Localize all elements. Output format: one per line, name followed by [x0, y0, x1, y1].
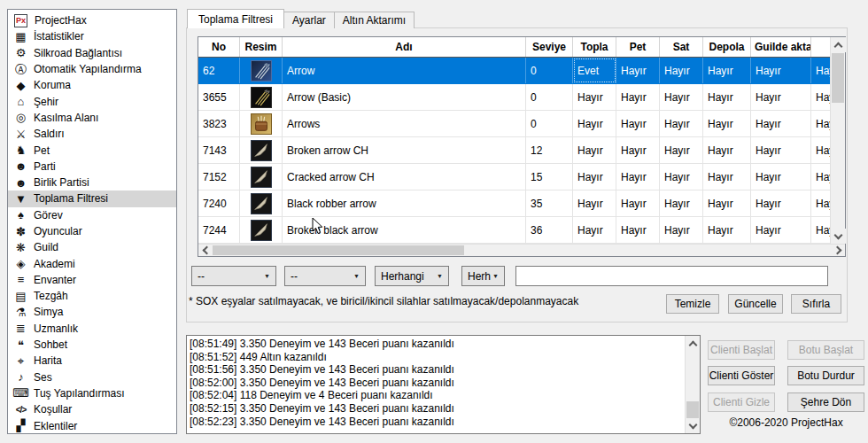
tab-ayarlar[interactable]: Ayarlar: [283, 12, 335, 28]
event-log[interactable]: [08:51:49] 3.350 Deneyim ve 143 Beceri p…: [186, 335, 701, 434]
cell-depola[interactable]: Hayır: [703, 217, 751, 243]
sidebar-item-parti[interactable]: ☻Parti: [8, 159, 176, 175]
cell-guilde-aktar[interactable]: Hayır: [751, 84, 811, 110]
cell-resim[interactable]: [240, 58, 283, 83]
cell-extra[interactable]: Hayır: [811, 190, 830, 216]
cell-sat[interactable]: Hayır: [660, 84, 703, 110]
table-vertical-scrollbar[interactable]: [830, 37, 845, 244]
col-header-resim[interactable]: Resim: [240, 37, 283, 57]
cell-sat[interactable]: Hayır: [660, 58, 703, 83]
cell-resim[interactable]: [240, 111, 283, 136]
cell-extra[interactable]: Hayır: [811, 84, 830, 110]
cell-sat[interactable]: Hayır: [660, 217, 703, 243]
sidebar-item-sohbet[interactable]: ❝Sohbet: [8, 337, 176, 353]
item-search-input[interactable]: [515, 266, 828, 286]
cell-topla[interactable]: Hayır: [573, 137, 616, 163]
cell-topla[interactable]: Evet: [573, 58, 616, 83]
cell-topla[interactable]: Hayır: [573, 111, 616, 136]
cell-depola[interactable]: Hayır: [703, 190, 751, 216]
cell-depola[interactable]: Hayır: [703, 58, 751, 83]
cell-topla[interactable]: Hayır: [573, 84, 616, 110]
sidebar-item-kasilma-alani[interactable]: ◎Kasılma Alanı: [8, 110, 176, 126]
sidebar-item-tus-yapilandirmasi[interactable]: ⌨Tuş Yapılandırması: [8, 385, 176, 401]
col-header-adi[interactable]: Adı: [283, 37, 526, 57]
cell-seviye[interactable]: 15: [526, 164, 573, 190]
cell-no[interactable]: 7152: [198, 164, 240, 190]
cell-no[interactable]: 7240: [198, 190, 240, 216]
filter-dropdown-1[interactable]: -- ▼: [191, 266, 276, 286]
sidebar-item-istatistikler[interactable]: ▦İstatistikler: [8, 28, 176, 44]
sidebar-item-silkroad-baglantisi[interactable]: ⚙Silkroad Bağlantısı: [8, 45, 176, 61]
cell-adi[interactable]: Arrows: [283, 111, 526, 136]
col-header-seviye[interactable]: Seviye: [526, 37, 573, 57]
sidebar-item-simya[interactable]: ⚗Simya: [8, 304, 176, 320]
cell-guilde-aktar[interactable]: Hayır: [751, 164, 811, 190]
scrollbar-thumb[interactable]: [686, 401, 699, 420]
cell-no[interactable]: 7244: [198, 217, 240, 243]
cell-pet[interactable]: Hayır: [616, 164, 660, 190]
table-row[interactable]: 7240 Black robber arrow 35 Hayır Hayır H…: [198, 190, 845, 217]
col-header-no[interactable]: No: [198, 37, 240, 57]
cell-adi[interactable]: Arrow (Basic): [283, 84, 526, 110]
cell-resim[interactable]: [240, 190, 283, 216]
cell-depola[interactable]: Hayır: [703, 137, 751, 163]
sidebar-item-guild[interactable]: ❋Guild: [8, 239, 176, 255]
cell-resim[interactable]: [240, 164, 283, 190]
clienti-goster-button[interactable]: Clienti Göster: [708, 366, 775, 385]
cell-topla[interactable]: Hayır: [573, 190, 616, 216]
cell-extra[interactable]: Hayır: [811, 137, 830, 163]
col-header-extra[interactable]: [811, 37, 830, 57]
sidebar-item-uzmanlik[interactable]: ≣Uzmanlık: [8, 321, 176, 337]
sidebar-item-akademi[interactable]: ◈Akademi: [8, 255, 176, 271]
table-horizontal-scrollbar[interactable]: [198, 244, 845, 256]
sidebar-item-toplama-filtresi[interactable]: ▼Toplama Filtresi: [8, 190, 176, 206]
table-row[interactable]: 7143 Broken arrow CH 12 Hayır Hayır Hayı…: [198, 137, 845, 164]
scroll-left-icon[interactable]: [198, 245, 212, 256]
cell-seviye[interactable]: 12: [526, 137, 573, 163]
sidebar-item-pet[interactable]: ♞Pet: [8, 142, 176, 158]
cell-sat[interactable]: Hayır: [660, 164, 703, 190]
table-row[interactable]: 3823 Arrows 0 Hayır Hayır Hayır Hayır Ha…: [198, 111, 845, 137]
cell-adi[interactable]: Cracked arrow CH: [283, 164, 526, 190]
tab-toplama-filtresi[interactable]: Toplama Filtresi: [187, 9, 284, 28]
sidebar-item-saldiri[interactable]: ⚔Saldırı: [8, 126, 176, 142]
col-header-guilde-aktar[interactable]: Guilde aktar: [751, 37, 811, 57]
cell-pet[interactable]: Hayır: [616, 84, 660, 110]
temizle-button[interactable]: Temizle: [666, 294, 719, 314]
cell-sat[interactable]: Hayır: [660, 137, 703, 163]
scrollbar-thumb[interactable]: [832, 53, 844, 103]
sidebar-item-projecthax[interactable]: PxProjectHax: [8, 12, 176, 28]
cell-adi[interactable]: Arrow: [283, 58, 526, 83]
cell-guilde-aktar[interactable]: Hayır: [751, 58, 811, 83]
sehre-don-button[interactable]: Şehre Dön: [787, 392, 864, 412]
cell-pet[interactable]: Hayır: [616, 190, 660, 216]
cell-sat[interactable]: Hayır: [660, 190, 703, 216]
sidebar-item-envanter[interactable]: ≡Envanter: [8, 272, 176, 288]
cell-topla[interactable]: Hayır: [573, 164, 616, 190]
cell-extra[interactable]: Hayır: [811, 164, 830, 190]
cell-pet[interactable]: Hayır: [616, 111, 660, 136]
cell-guilde-aktar[interactable]: Hayır: [751, 190, 811, 216]
table-row[interactable]: 62 Arrow 0 Evet Hayır Hayır Hayır Hayır …: [198, 58, 845, 84]
tab-altin-aktarimi[interactable]: Altın Aktarımı: [334, 12, 415, 28]
cell-extra[interactable]: Hayır: [811, 58, 830, 83]
table-row[interactable]: 7152 Cracked arrow CH 15 Hayır Hayır Hay…: [198, 164, 845, 190]
cell-depola[interactable]: Hayır: [703, 111, 751, 136]
cell-sat[interactable]: Hayır: [660, 111, 703, 136]
cell-seviye[interactable]: 36: [526, 217, 573, 243]
sidebar-item-koruma[interactable]: ◆Koruma: [8, 77, 176, 93]
cell-pet[interactable]: Hayır: [616, 58, 660, 83]
scroll-right-icon[interactable]: [832, 245, 845, 256]
cell-seviye[interactable]: 0: [526, 111, 573, 136]
table-row[interactable]: 3655 Arrow (Basic) 0 Hayır Hayır Hayır H…: [198, 84, 845, 111]
cell-pet[interactable]: Hayır: [616, 137, 660, 163]
scroll-up-icon[interactable]: [831, 37, 846, 52]
col-header-pet[interactable]: Pet: [616, 37, 660, 57]
scroll-up-icon[interactable]: [686, 336, 701, 351]
table-row[interactable]: 7244 Broken black arrow 36 Hayır Hayır H…: [198, 217, 845, 244]
filter-dropdown-4[interactable]: Herhangi ▼: [461, 266, 505, 286]
cell-resim[interactable]: [240, 84, 283, 110]
cell-seviye[interactable]: 0: [526, 58, 573, 83]
cell-guilde-aktar[interactable]: Hayır: [751, 137, 811, 163]
sidebar-item-tezgah[interactable]: ▤Tezgâh: [8, 288, 176, 304]
